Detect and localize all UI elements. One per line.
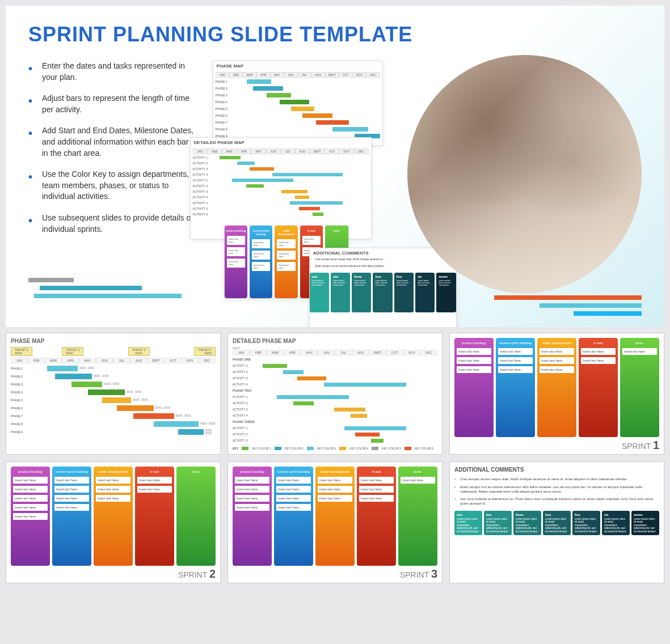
deco-bar: [28, 278, 74, 282]
preview-title: DETAILED PHASE MAP: [191, 138, 371, 147]
preview-title: PHASE MAP: [213, 61, 382, 71]
bullet-item: Use subsequent slides to provide details…: [28, 213, 201, 235]
month-row: JANFEBMARAPRMAYJUNJULAUGSEPTOCTNOVDEC: [233, 350, 437, 355]
thumb-phase-map[interactable]: PHASE MAP TARGET 100/00TARGET 200/00TARG…: [6, 333, 221, 455]
numbered-cards: oneLorem ipsum dolor sit amet, consectet…: [454, 511, 659, 535]
mini-comments: Cras semper auctor neque vitae. Morbi tr…: [310, 258, 456, 312]
decorative-bars-left: [28, 278, 182, 298]
gantt-body: PHASE ONEACTIVITY 1ACTIVITY 2ACTIVITY 3A…: [233, 357, 437, 443]
sprint-number: SPRINT 3: [400, 567, 437, 581]
bullet-item: Use the Color Key to assign departments,…: [28, 169, 201, 202]
instruction-list: Enter the dates and tasks represented in…: [28, 61, 201, 310]
preview-comments: ADDITIONAL COMMENTS Cras semper auctor n…: [309, 248, 457, 327]
thumbnail-grid: PHASE MAP TARGET 100/00TARGET 200/00TARG…: [0, 333, 670, 589]
sprint-number: SPRINT 2: [178, 567, 216, 581]
comment-item: Leo urna molestie at elementum eu. Proin…: [454, 497, 659, 506]
color-key: KEYKEY COLOR 1KEY COLOR 2KEY COLOR 3KEY …: [233, 447, 437, 450]
bullet-item: Adjust bars to represent the length of t…: [28, 93, 201, 115]
bullet-item: Enter the dates and tasks represented in…: [28, 61, 201, 83]
gantt-body: PHASE 100/00 - 00/00PHASE 200/00 - 00/00…: [11, 365, 216, 435]
deco-bar: [540, 303, 642, 308]
month-row: JANFEBMARAPRMAYJUNJULAUGSEPTOCTNOVDEC: [11, 358, 216, 363]
kanban-board: product backlogInsert text here.Insert t…: [233, 467, 437, 566]
bullet-item: Add Start and End Dates, Milestone Dates…: [28, 125, 201, 159]
target-row: TARGET 100/00TARGET 200/00TARGET 300/00T…: [11, 346, 216, 357]
kanban-board: product backlogInsert text here.Insert t…: [11, 467, 216, 566]
thumb-sprint-3[interactable]: product backlogInsert text here.Insert t…: [227, 461, 443, 583]
comments-list: Cras semper auctor neque vitae. Morbi tr…: [454, 477, 659, 506]
main-slide: SPRINT PLANNING SLIDE TEMPLATE Enter the…: [6, 6, 664, 327]
slide-title: SPRINT PLANNING SLIDE TEMPLATE: [28, 23, 642, 46]
mini-gantt: JANFEBMARAPRMAYJUNJULAUGSEPTOCTNOVDECACT…: [191, 147, 371, 218]
thumb-title: ADDITIONAL COMMENTS: [454, 467, 659, 473]
thumb-sprint-1[interactable]: product backlogInsert text here.Insert t…: [449, 333, 664, 455]
thumb-title: DETAILED PHASE MAP: [233, 338, 437, 344]
mini-gantt: JANFEBMARAPRMAYJUNJULAUGSEPTOCTNOVDECPHA…: [213, 71, 382, 140]
deco-bar: [574, 311, 642, 316]
sprint-number: SPRINT 1: [622, 439, 659, 452]
thumb-sprint-2[interactable]: product backlogInsert text here.Insert t…: [6, 461, 221, 583]
deco-bar: [40, 286, 142, 290]
preview-phase-map: PHASE MAP JANFEBMARAPRMAYJUNJULAUGSEPTOC…: [213, 61, 383, 146]
content-row: Enter the dates and tasks represented in…: [28, 61, 642, 310]
deco-bar: [494, 295, 642, 300]
preview-stack: PHASE MAP JANFEBMARAPRMAYJUNJULAUGSEPTOC…: [213, 61, 414, 310]
deco-bar: [34, 294, 182, 298]
decorative-bars-right: [494, 295, 642, 316]
thumb-detailed-map[interactable]: DETAILED PHASE MAP 20XX JANFEBMARAPRMAYJ…: [227, 333, 443, 455]
kanban-board: product backlogInsert text here.Insert t…: [454, 338, 659, 437]
thumb-title: PHASE MAP: [11, 338, 216, 344]
comment-item: Etiam tempor orci eu lobortis elementum …: [454, 485, 659, 494]
comment-item: Cras semper auctor neque vitae. Morbi tr…: [454, 477, 659, 482]
thumb-comments[interactable]: ADDITIONAL COMMENTS Cras semper auctor n…: [449, 461, 664, 583]
hero-photo: [407, 55, 642, 293]
preview-detailed-map: DETAILED PHASE MAP JANFEBMARAPRMAYJUNJUL…: [190, 137, 372, 239]
